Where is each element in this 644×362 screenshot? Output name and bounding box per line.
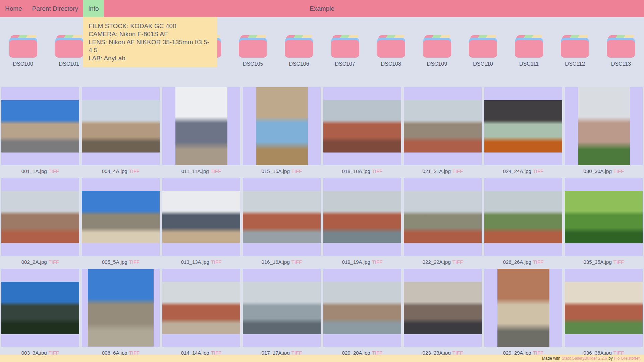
- thumbnail-panel[interactable]: [565, 178, 643, 256]
- thumbnail-panel[interactable]: [243, 269, 321, 347]
- photo-thumbnail[interactable]: [162, 191, 240, 243]
- photo-thumbnail[interactable]: [256, 87, 308, 165]
- photo-filename[interactable]: 024_24A.jpg: [503, 168, 531, 174]
- folder-item-dsc106[interactable]: DSC106: [282, 35, 316, 67]
- folder-item-dsc113[interactable]: DSC113: [604, 35, 638, 67]
- photo-filename[interactable]: 011_11A.jpg: [181, 168, 209, 174]
- photo-thumbnail[interactable]: [404, 282, 482, 334]
- photo-filename[interactable]: 001_1A.jpg: [21, 168, 47, 174]
- thumbnail-panel[interactable]: [82, 269, 160, 347]
- photo-thumbnail[interactable]: [484, 100, 562, 153]
- photo-filename[interactable]: 021_21A.jpg: [423, 168, 451, 174]
- thumbnail-panel[interactable]: [243, 87, 321, 165]
- folder-item-dsc105[interactable]: DSC105: [236, 35, 270, 67]
- tiff-link[interactable]: TIFF: [129, 259, 140, 265]
- thumbnail-panel[interactable]: [243, 178, 321, 256]
- photo-filename[interactable]: 030_30A.jpg: [584, 168, 612, 174]
- thumbnail-panel[interactable]: [1, 87, 79, 165]
- photo-filename[interactable]: 004_4A.jpg: [102, 168, 127, 174]
- nav-link-home[interactable]: Home: [0, 0, 27, 17]
- photo-filename[interactable]: 015_15A.jpg: [262, 168, 290, 174]
- thumbnail-panel[interactable]: [484, 269, 562, 347]
- photo-filename[interactable]: 026_26A.jpg: [503, 259, 531, 265]
- photo-filename[interactable]: 002_2A.jpg: [21, 259, 47, 265]
- gallery-card: 019_19A.jpgTIFF: [322, 178, 402, 265]
- tiff-link[interactable]: TIFF: [291, 168, 302, 174]
- thumbnail-panel[interactable]: [1, 269, 79, 347]
- thumbnail-panel[interactable]: [565, 269, 643, 347]
- folder-label: DSC100: [13, 61, 33, 67]
- footer-builder-link[interactable]: StaticGalleryBuilder 2.2.6: [562, 356, 607, 361]
- photo-thumbnail[interactable]: [82, 100, 160, 153]
- folder-item-dsc107[interactable]: DSC107: [328, 35, 362, 67]
- photo-thumbnail[interactable]: [565, 282, 643, 334]
- thumbnail-panel[interactable]: [1, 178, 79, 256]
- folder-item-dsc111[interactable]: DSC111: [512, 35, 546, 67]
- tiff-link[interactable]: TIFF: [533, 168, 544, 174]
- photo-filename[interactable]: 018_18A.jpg: [342, 168, 370, 174]
- photo-thumbnail[interactable]: [162, 282, 240, 334]
- tiff-link[interactable]: TIFF: [452, 259, 463, 265]
- thumbnail-panel[interactable]: [323, 178, 401, 256]
- folder-icon: [331, 35, 359, 58]
- photo-thumbnail[interactable]: [497, 269, 549, 347]
- nav-link-info[interactable]: Info: [83, 0, 104, 17]
- photo-thumbnail[interactable]: [323, 282, 401, 334]
- photo-filename[interactable]: 022_22A.jpg: [423, 259, 451, 265]
- tiff-link[interactable]: TIFF: [211, 259, 222, 265]
- thumbnail-panel[interactable]: [565, 87, 643, 165]
- photo-thumbnail[interactable]: [323, 191, 401, 243]
- thumbnail-panel[interactable]: [484, 87, 562, 165]
- gallery-card: 022_22A.jpgTIFF: [402, 178, 483, 265]
- tiff-link[interactable]: TIFF: [613, 168, 624, 174]
- thumbnail-panel[interactable]: [162, 87, 240, 165]
- photo-thumbnail[interactable]: [404, 100, 482, 153]
- photo-thumbnail[interactable]: [404, 191, 482, 243]
- tiff-link[interactable]: TIFF: [452, 168, 463, 174]
- photo-filename[interactable]: 016_16A.jpg: [262, 259, 290, 265]
- folder-item-dsc108[interactable]: DSC108: [374, 35, 408, 67]
- tiff-link[interactable]: TIFF: [533, 259, 544, 265]
- tiff-link[interactable]: TIFF: [613, 259, 624, 265]
- folder-item-dsc101[interactable]: DSC101: [52, 35, 86, 67]
- thumbnail-panel[interactable]: [82, 178, 160, 256]
- photo-thumbnail[interactable]: [82, 191, 160, 243]
- tiff-link[interactable]: TIFF: [372, 168, 383, 174]
- folder-item-dsc112[interactable]: DSC112: [558, 35, 592, 67]
- tiff-link[interactable]: TIFF: [129, 168, 140, 174]
- thumbnail-panel[interactable]: [82, 87, 160, 165]
- folder-item-dsc100[interactable]: DSC100: [6, 35, 40, 67]
- photo-filename[interactable]: 035_35A.jpg: [584, 259, 612, 265]
- photo-thumbnail[interactable]: [565, 191, 643, 243]
- photo-filename[interactable]: 005_5A.jpg: [102, 259, 127, 265]
- tiff-link[interactable]: TIFF: [49, 259, 59, 265]
- tiff-link[interactable]: TIFF: [49, 168, 59, 174]
- folder-item-dsc109[interactable]: DSC109: [420, 35, 454, 67]
- photo-thumbnail[interactable]: [578, 87, 630, 165]
- tiff-link[interactable]: TIFF: [372, 259, 383, 265]
- photo-filename[interactable]: 013_13A.jpg: [181, 259, 209, 265]
- photo-thumbnail[interactable]: [1, 191, 79, 243]
- thumbnail-panel[interactable]: [323, 269, 401, 347]
- thumbnail-panel[interactable]: [162, 269, 240, 347]
- photo-thumbnail[interactable]: [484, 191, 562, 243]
- thumbnail-panel[interactable]: [162, 178, 240, 256]
- thumbnail-panel[interactable]: [404, 87, 482, 165]
- tiff-link[interactable]: TIFF: [291, 259, 302, 265]
- footer-author-link[interactable]: Flo Greistorfer.: [614, 356, 641, 361]
- photo-thumbnail[interactable]: [243, 191, 321, 243]
- thumbnail-panel[interactable]: [404, 269, 482, 347]
- photo-thumbnail[interactable]: [1, 282, 79, 334]
- photo-thumbnail[interactable]: [175, 87, 227, 165]
- folder-item-dsc110[interactable]: DSC110: [466, 35, 500, 67]
- nav-link-parent-directory[interactable]: Parent Directory: [27, 0, 83, 17]
- photo-thumbnail[interactable]: [323, 100, 401, 153]
- thumbnail-panel[interactable]: [323, 87, 401, 165]
- photo-thumbnail[interactable]: [1, 100, 79, 153]
- photo-filename[interactable]: 019_19A.jpg: [342, 259, 370, 265]
- photo-thumbnail[interactable]: [243, 282, 321, 334]
- thumbnail-panel[interactable]: [404, 178, 482, 256]
- thumbnail-panel[interactable]: [484, 178, 562, 256]
- photo-thumbnail[interactable]: [88, 269, 154, 347]
- tiff-link[interactable]: TIFF: [211, 168, 221, 174]
